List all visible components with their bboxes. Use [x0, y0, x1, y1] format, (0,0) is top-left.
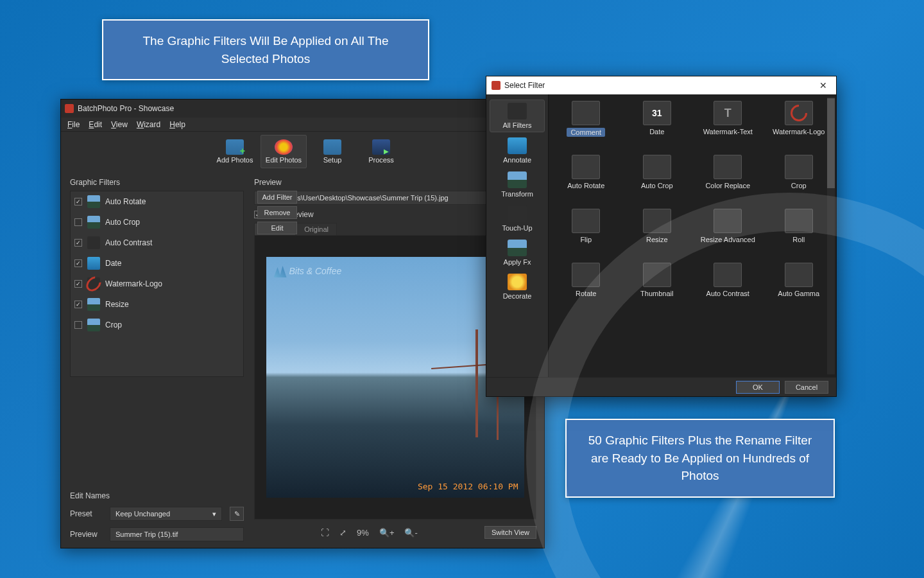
grid-icon — [643, 209, 671, 233]
edit-names-section: Edit Names Preset Keep Unchanged▾ ✎ Prev… — [70, 489, 244, 541]
filter-row[interactable]: Crop — [71, 315, 243, 335]
menu-file[interactable]: File — [67, 120, 80, 129]
menu-view[interactable]: View — [111, 120, 128, 129]
category-icon — [508, 206, 527, 222]
preset-label: Preset — [70, 509, 102, 518]
app-titlebar[interactable]: BatchPhoto Pro - Showcase — [61, 100, 544, 118]
filter-label: Auto Contrast — [105, 238, 152, 247]
filter-checkbox[interactable]: ✓ — [74, 198, 82, 206]
process-button[interactable]: Process — [358, 135, 404, 168]
grid-item[interactable]: Resize — [624, 209, 691, 259]
grid-item[interactable]: Rotate — [552, 263, 620, 313]
filter-checkbox[interactable]: ✓ — [74, 280, 82, 288]
bridge-tower — [475, 329, 478, 438]
filter-row[interactable]: ✓Auto Rotate — [71, 191, 243, 212]
filter-checkbox[interactable] — [74, 321, 82, 329]
setup-button[interactable]: Setup — [309, 135, 355, 168]
preset-select[interactable]: Keep Unchanged▾ — [110, 507, 222, 521]
zoom-controls: ⛶ ⤢ 9% 🔍+ 🔍- — [321, 528, 418, 538]
grid-item[interactable]: Watermark-Logo — [766, 101, 833, 151]
menu-help[interactable]: Help — [169, 120, 185, 129]
remove-filter-button[interactable]: Remove — [257, 206, 297, 219]
menu-edit[interactable]: Edit — [89, 120, 102, 129]
category-item[interactable]: Touch-Up — [490, 203, 545, 234]
grid-label: Color Replace — [705, 182, 750, 189]
filter-checkbox[interactable]: ✓ — [74, 259, 82, 267]
graphic-filters-title: Graphic Filters — [70, 178, 244, 187]
category-item[interactable]: Transform — [490, 169, 545, 200]
filter-checkbox[interactable]: ✓ — [74, 239, 82, 247]
grid-label: Thumbnail — [640, 290, 673, 297]
preview-name-field[interactable]: Summer Trip (15).tif — [110, 527, 244, 541]
grid-item[interactable]: Roll — [766, 209, 833, 259]
fit-screen-icon[interactable]: ⤢ — [339, 528, 346, 538]
menu-wizard[interactable]: Wizard — [137, 120, 160, 129]
cancel-button[interactable]: Cancel — [785, 381, 828, 394]
add-filter-button[interactable]: Add Filter — [257, 191, 297, 204]
fit-width-icon[interactable]: ⛶ — [321, 528, 329, 538]
switch-view-button[interactable]: Switch View — [484, 526, 536, 539]
grid-item[interactable]: Auto Contrast — [694, 263, 762, 313]
filter-label: Watermark-Logo — [105, 279, 162, 288]
app-window: BatchPhoto Pro - Showcase File Edit View… — [60, 99, 545, 548]
grid-label: Flip — [580, 236, 592, 243]
grid-icon — [714, 155, 742, 179]
ok-button[interactable]: OK — [736, 381, 780, 394]
dialog-titlebar[interactable]: Select Filter ✕ — [486, 76, 836, 94]
filter-label: Date — [105, 259, 121, 268]
zoom-in-icon[interactable]: 🔍+ — [379, 528, 395, 538]
category-item[interactable]: All Filters — [490, 100, 545, 132]
grid-item[interactable]: Color Replace — [694, 155, 762, 205]
setup-icon — [323, 139, 341, 155]
filter-row[interactable]: ✓Resize — [71, 294, 243, 315]
grid-label: Comment — [567, 128, 605, 137]
edit-preset-button[interactable]: ✎ — [230, 507, 244, 521]
filter-icon — [87, 195, 100, 208]
category-label: Touch-Up — [502, 224, 532, 232]
filter-icon — [87, 319, 100, 331]
grid-item[interactable]: Auto Crop — [624, 155, 691, 205]
grid-label: Resize Advanced — [701, 236, 755, 243]
grid-item[interactable]: Auto Gamma — [766, 263, 833, 313]
filter-checkbox[interactable] — [74, 218, 82, 226]
scrollbar[interactable] — [827, 97, 835, 374]
grid-item[interactable]: Thumbnail — [624, 263, 691, 313]
grid-icon — [785, 101, 813, 125]
category-icon — [508, 274, 527, 290]
scrollbar-thumb[interactable] — [827, 98, 835, 188]
category-icon — [508, 103, 527, 119]
filter-row[interactable]: Auto Crop — [71, 212, 243, 232]
grid-label: Resize — [646, 236, 668, 243]
category-icon — [508, 171, 527, 188]
filter-label: Auto Crop — [105, 218, 140, 227]
filter-label: Resize — [105, 300, 129, 309]
filter-icon — [87, 257, 100, 270]
filter-icon — [87, 236, 100, 249]
grid-item[interactable]: Crop — [766, 155, 833, 205]
filter-row[interactable]: ✓Date — [71, 253, 243, 274]
add-photos-button[interactable]: Add Photos — [212, 135, 258, 168]
grid-item[interactable]: Resize Advanced — [694, 209, 762, 259]
grid-item[interactable]: Comment — [552, 101, 620, 151]
zoom-out-icon[interactable]: 🔍- — [404, 528, 417, 538]
filter-icon — [87, 216, 100, 229]
grid-label: Auto Crop — [641, 182, 673, 189]
grid-item[interactable]: Auto Rotate — [552, 155, 620, 205]
tab-original[interactable]: Original — [296, 223, 337, 235]
filter-row[interactable]: ✓Watermark-Logo — [71, 274, 243, 294]
grid-item[interactable]: 31Date — [624, 101, 691, 151]
preset-value: Keep Unchanged — [116, 510, 170, 518]
filter-checkbox[interactable]: ✓ — [74, 301, 82, 308]
edit-filter-button[interactable]: Edit — [257, 222, 297, 234]
grid-icon — [643, 155, 671, 179]
category-item[interactable]: Decorate — [490, 271, 545, 302]
category-item[interactable]: Annotate — [490, 135, 545, 166]
category-item[interactable]: Apply Fx — [490, 237, 545, 268]
close-icon[interactable]: ✕ — [816, 80, 831, 91]
filter-label: Crop — [105, 320, 122, 329]
filter-row[interactable]: ✓Auto Contrast — [71, 232, 243, 253]
grid-item[interactable]: Flip — [552, 209, 620, 259]
watermark-text: Bits & Coffee — [274, 265, 342, 277]
grid-item[interactable]: TWatermark-Text — [694, 101, 762, 151]
edit-photos-button[interactable]: Edit Photos — [261, 135, 307, 168]
